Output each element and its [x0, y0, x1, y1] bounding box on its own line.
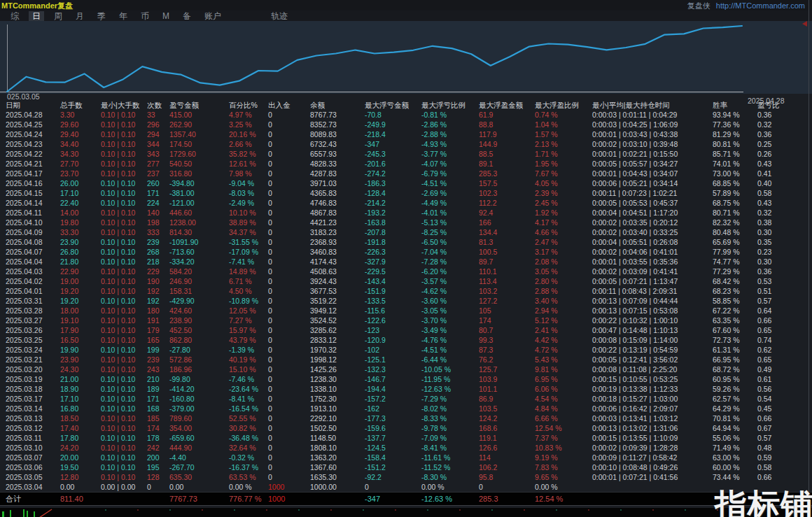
table-cell: 210 [146, 374, 168, 384]
table-row[interactable]: 2025.04.2334.400.10 | 0.10344174.502.66 … [0, 139, 812, 149]
table-cell: -347 [363, 493, 420, 506]
table-header-cell[interactable]: 胜率 [711, 100, 756, 110]
table-cell: 285.3 [477, 169, 533, 178]
table-cell: -143.4 [363, 276, 420, 286]
table-cell: -4.76 % [420, 335, 477, 345]
menu-item-轨迹[interactable]: 轨迹 [267, 11, 291, 22]
table-cell: 76.2 [477, 355, 533, 364]
table-cell: 0:00:06 | 0:05:21 | 0:34:14 [591, 178, 711, 188]
table-row[interactable]: 2025.04.0219.000.10 | 0.10190246.906.71 … [0, 276, 812, 286]
total-row[interactable]: 合计811.407767.73776.77 %1000-347-12.63 %2… [0, 493, 812, 506]
table-row[interactable]: 2025.04.2234.300.10 | 0.103431729.6035.8… [0, 149, 812, 159]
menu-item-周[interactable]: 周 [50, 11, 66, 22]
menu-item-M[interactable]: M [159, 11, 173, 22]
table-row[interactable]: 2025.04.1626.000.10 | 0.10260-394.80-9.0… [0, 178, 812, 188]
table-row[interactable]: 2025.03.1318.500.10 | 0.10185789.6052.55… [0, 413, 812, 423]
table-row[interactable]: 2025.04.1114.000.10 | 0.10140446.6010.10… [0, 208, 812, 218]
table-cell: -157.2 [363, 394, 420, 404]
table-header-cell[interactable]: 最大浮亏比例 [420, 100, 477, 110]
table-row[interactable]: 2025.03.1117.800.10 | 0.10178-659.60-36.… [0, 433, 812, 443]
table-cell: 0 [267, 433, 309, 443]
table-header-cell[interactable]: 日期 [0, 100, 59, 110]
table-row[interactable]: 2025.04.1422.400.10 | 0.10224-121.00-2.4… [0, 198, 812, 208]
table-header-cell[interactable]: 次数 [146, 100, 168, 110]
table-row[interactable]: 2025.04.0823.900.10 | 0.10239-1091.90-31… [0, 237, 812, 247]
table-row[interactable]: 2025.03.2024.300.10 | 0.10243186.9615.10… [0, 364, 812, 374]
table-row[interactable]: 2025.03.1217.400.10 | 0.10174354.0030.82… [0, 423, 812, 433]
table-cell: 354.00 [168, 423, 227, 433]
table-row[interactable]: 2025.04.0322.900.10 | 0.10229584.2014.89… [0, 267, 812, 276]
table-cell: 0.25 [756, 139, 791, 149]
table-header-cell[interactable]: 盈亏比 [756, 100, 791, 110]
table-row[interactable]: 2025.03.1717.100.10 | 0.10171-160.80-8.4… [0, 394, 812, 404]
table-cell: -6.50 % [420, 237, 477, 247]
table-cell: 80.48 % [711, 227, 756, 237]
table-header-cell[interactable]: 最大浮盈金额 [477, 100, 533, 110]
table-header-cell[interactable]: 最小|平均|最大持仓时间 [591, 100, 711, 110]
table-cell: 73.44 % [711, 472, 756, 482]
menu-bar: 综日周月季年币M备账户轨迹 [0, 10, 812, 22]
table-cell: 6732.43 [309, 139, 363, 149]
table-cell: 0.36 [756, 110, 791, 120]
table-row[interactable]: 2025.04.1517.100.10 | 0.10171-381.00-8.0… [0, 188, 812, 198]
table-row[interactable]: 2025.04.283.300.10 | 0.1033415.004.97 %0… [0, 110, 812, 120]
table-cell: 0 [267, 316, 309, 325]
table-row[interactable]: 2025.03.2123.900.10 | 0.10239572.8640.19… [0, 355, 812, 364]
table-header-cell[interactable]: 余额 [309, 100, 363, 110]
table-row[interactable]: 2025.03.1416.800.10 | 0.10168-379.00-16.… [0, 404, 812, 413]
menu-item-综[interactable]: 综 [7, 11, 22, 22]
table-row[interactable]: 2025.03.1024.200.10 | 0.10242444.9032.64… [0, 443, 812, 453]
table-header-cell[interactable]: 总手数 [59, 100, 99, 110]
menu-item-月[interactable]: 月 [72, 11, 88, 22]
table-cell: 22.40 [59, 198, 99, 208]
table-cell: 344 [146, 139, 168, 149]
table-row[interactable]: 2025.03.1921.000.10 | 0.10210-99.80-7.46… [0, 374, 812, 384]
table-row[interactable]: 2025.03.2617.900.10 | 0.10179452.5015.97… [0, 325, 812, 335]
table-row[interactable]: 2025.04.0933.300.10 | 0.10333814.3034.37… [0, 227, 812, 237]
table-row[interactable]: 2025.04.0421.800.10 | 0.10218-334.20-7.4… [0, 257, 812, 267]
table-cell: -1091.90 [168, 237, 227, 247]
table-row[interactable]: 2025.04.2127.700.10 | 0.10277540.5012.61… [0, 159, 812, 169]
table-row[interactable]: 2025.04.1019.800.10 | 0.101981238.0038.8… [0, 218, 812, 227]
table-row[interactable]: 2025.03.2818.000.10 | 0.10180424.6012.05… [0, 306, 812, 316]
menu-item-日[interactable]: 日 [29, 11, 44, 22]
right-scroll-divider[interactable] [808, 0, 809, 517]
table-row[interactable]: 2025.04.0119.200.10 | 0.10192158.314.50 … [0, 286, 812, 296]
table-header-cell[interactable]: 最大浮盈比例 [533, 100, 591, 110]
menu-item-备[interactable]: 备 [179, 11, 195, 22]
table-row[interactable]: 2025.04.0726.800.10 | 0.10268-713.60-17.… [0, 247, 812, 257]
menu-item-账户[interactable]: 账户 [201, 11, 225, 22]
table-header-cell[interactable]: 百分比% [227, 100, 267, 110]
table-cell: 65.69 % [711, 237, 756, 247]
table-cell: -10.05 % [420, 364, 477, 374]
table-row[interactable]: 2025.03.0720.000.10 | 0.10200-4.40-0.32 … [0, 453, 812, 462]
table-row[interactable]: 2025.03.1818.900.10 | 0.10189-414.20-23.… [0, 384, 812, 394]
table-row[interactable]: 2025.03.3119.200.10 | 0.10192-429.90-10.… [0, 296, 812, 306]
table-row[interactable]: 2025.03.2419.900.10 | 0.10199-27.80-1.39… [0, 345, 812, 355]
table-header-cell[interactable]: 最小|大手数 [99, 100, 146, 110]
table-row[interactable]: 2025.03.0512.800.10 | 0.10128635.3063.53… [0, 472, 812, 482]
table-row[interactable]: 2025.03.2719.100.10 | 0.10191238.907.27 … [0, 316, 812, 325]
table-cell: 3971.03 [309, 178, 363, 188]
scroll-left-arrow-icon[interactable] [802, 21, 807, 27]
table-row[interactable]: 2025.04.2529.600.10 | 0.10296262.903.25 … [0, 120, 812, 129]
table-row[interactable]: 2025.03.2516.500.10 | 0.10165862.8043.79… [0, 335, 812, 345]
table-cell [591, 482, 711, 493]
menu-item-季[interactable]: 季 [94, 11, 109, 22]
table-cell: 2.66 % [227, 139, 267, 149]
table-row[interactable]: 2025.04.1723.700.10 | 0.10237316.807.98 … [0, 169, 812, 178]
table-cell: 2025.04.01 [0, 286, 59, 296]
table-header-cell[interactable]: 出入金 [267, 100, 309, 110]
table-cell: 0:00:03 | 0:04:25 | 1:06:09 [591, 120, 711, 129]
table-cell: 168.6 [477, 423, 533, 433]
menu-item-币[interactable]: 币 [137, 11, 153, 22]
table-row[interactable]: 2025.03.0619.500.10 | 0.10195-267.70-16.… [0, 462, 812, 472]
brand-url[interactable]: http://MTCommander.com [716, 1, 805, 10]
table-row[interactable]: 2025.03.040.000.00 | 0.0000.000.00 %1000… [0, 482, 812, 493]
table-cell: 0:00:02 | 0:09:39 | 1:28:28 [591, 443, 711, 453]
menu-item-年[interactable]: 年 [115, 11, 131, 22]
table-cell: 186.96 [168, 364, 227, 374]
table-header-cell[interactable]: 盈亏金额 [168, 100, 227, 110]
table-header-cell[interactable]: 最大浮亏金额 [363, 100, 420, 110]
table-row[interactable]: 2025.04.2429.400.10 | 0.102941357.4020.1… [0, 129, 812, 139]
